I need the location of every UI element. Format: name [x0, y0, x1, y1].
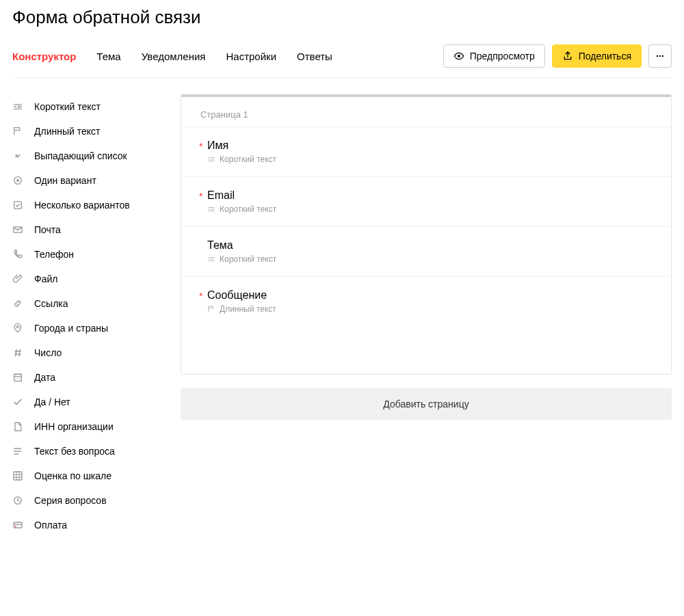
tabs: Конструктор Тема Уведомления Настройки О… [12, 51, 332, 62]
link-icon [12, 298, 23, 309]
sidebar-item-mail[interactable]: Почта [12, 217, 164, 242]
phone-icon [12, 249, 23, 260]
location-icon [12, 323, 23, 334]
sidebar-item-series[interactable]: Серия вопросов [12, 488, 164, 513]
yesno-icon [12, 397, 23, 407]
sidebar-item-scale[interactable]: Оценка по шкале [12, 464, 164, 488]
question-title: Сообщение [207, 289, 652, 302]
sidebar-item-short-text[interactable]: Короткий текст [12, 94, 164, 119]
question-type: Короткий текст [207, 155, 652, 164]
question-type: Короткий текст [207, 254, 652, 264]
share-label: Поделиться [579, 51, 631, 62]
sidebar-item-yesno[interactable]: Да / Нет [12, 390, 164, 414]
form-card: Страница 1 ИмяКороткий текстEmailКоротки… [181, 94, 672, 375]
tab-answers[interactable]: Ответы [297, 51, 332, 62]
sidebar-item-long-text[interactable]: Длинный текст [12, 119, 164, 144]
sidebar-item-label: Выпадающий список [34, 150, 127, 161]
sidebar-item-label: Города и страны [34, 323, 108, 334]
sidebar-item-label: Число [34, 347, 62, 358]
sidebar-item-hash[interactable]: Число [12, 340, 164, 365]
file-icon [12, 273, 23, 284]
sidebar-item-label: Оплата [34, 520, 67, 531]
question-2[interactable]: ТемаКороткий текст [181, 226, 671, 276]
sidebar-item-label: Почта [34, 224, 61, 235]
sidebar-item-label: Текст без вопроса [34, 446, 115, 457]
eye-icon [453, 51, 464, 62]
more-icon [655, 51, 666, 62]
short-text-icon [207, 205, 215, 213]
sidebar-item-label: Длинный текст [34, 126, 100, 137]
page-title: Форма обратной связи [12, 7, 672, 28]
radio-icon [12, 175, 23, 186]
sidebar-item-label: ИНН организации [34, 421, 114, 432]
date-icon [12, 372, 23, 383]
main: Страница 1 ИмяКороткий текстEmailКоротки… [181, 94, 672, 537]
question-title: Тема [207, 239, 652, 252]
sidebar-item-label: Короткий текст [34, 101, 101, 112]
long-text-icon [12, 126, 23, 137]
question-title: Имя [207, 139, 652, 152]
inn-icon [12, 421, 23, 432]
sidebar-item-label: Серия вопросов [34, 495, 107, 506]
share-icon [562, 51, 573, 62]
sidebar-item-inn[interactable]: ИНН организации [12, 414, 164, 439]
sidebar: Короткий текстДлинный текстВыпадающий сп… [12, 94, 164, 537]
series-icon [12, 495, 23, 506]
freetext-icon [12, 446, 23, 457]
blank-space [181, 326, 671, 374]
short-text-icon [207, 155, 215, 163]
tab-theme[interactable]: Тема [96, 51, 120, 62]
preview-label: Предпросмотр [470, 51, 535, 62]
sidebar-item-file[interactable]: Файл [12, 267, 164, 291]
actions: Предпросмотр Поделиться [443, 44, 672, 68]
sidebar-item-dropdown[interactable]: Выпадающий список [12, 144, 164, 168]
more-button[interactable] [648, 44, 672, 68]
add-page-button[interactable]: Добавить страницу [181, 388, 672, 420]
short-text-icon [207, 255, 215, 263]
mail-icon [12, 224, 23, 235]
tab-notifications[interactable]: Уведомления [142, 51, 206, 62]
question-title: Email [207, 189, 652, 202]
sidebar-item-label: Да / Нет [34, 397, 70, 407]
question-1[interactable]: EmailКороткий текст [181, 176, 671, 226]
question-3[interactable]: СообщениеДлинный текст [181, 276, 671, 326]
sidebar-item-payment[interactable]: Оплата [12, 513, 164, 537]
page-label: Страница 1 [181, 97, 671, 126]
question-type-label: Короткий текст [220, 254, 276, 264]
tab-constructor[interactable]: Конструктор [12, 51, 76, 62]
sidebar-item-checkbox[interactable]: Несколько вариантов [12, 193, 164, 217]
question-type-label: Длинный текст [220, 304, 276, 314]
preview-button[interactable]: Предпросмотр [443, 44, 545, 68]
question-type-label: Короткий текст [220, 155, 276, 164]
long-text-icon [207, 305, 215, 313]
sidebar-item-date[interactable]: Дата [12, 365, 164, 390]
share-button[interactable]: Поделиться [552, 44, 642, 68]
sidebar-item-label: Несколько вариантов [34, 200, 130, 211]
tab-settings[interactable]: Настройки [226, 51, 276, 62]
sidebar-item-radio[interactable]: Один вариант [12, 168, 164, 193]
question-type: Длинный текст [207, 304, 652, 314]
short-text-icon [12, 101, 23, 112]
question-type: Короткий текст [207, 204, 652, 214]
scale-icon [12, 470, 23, 481]
sidebar-item-label: Ссылка [34, 298, 68, 309]
sidebar-item-label: Файл [34, 273, 57, 284]
sidebar-item-freetext[interactable]: Текст без вопроса [12, 439, 164, 464]
payment-icon [12, 520, 23, 531]
dropdown-icon [12, 150, 23, 161]
topbar: Конструктор Тема Уведомления Настройки О… [12, 44, 672, 78]
sidebar-item-label: Телефон [34, 249, 74, 260]
sidebar-item-label: Дата [34, 372, 55, 383]
question-type-label: Короткий текст [220, 204, 276, 214]
question-0[interactable]: ИмяКороткий текст [181, 126, 671, 176]
sidebar-item-location[interactable]: Города и страны [12, 316, 164, 340]
sidebar-item-label: Один вариант [34, 175, 96, 186]
checkbox-icon [12, 200, 23, 211]
sidebar-item-phone[interactable]: Телефон [12, 242, 164, 267]
sidebar-item-label: Оценка по шкале [34, 470, 111, 481]
hash-icon [12, 347, 23, 358]
sidebar-item-link[interactable]: Ссылка [12, 291, 164, 316]
